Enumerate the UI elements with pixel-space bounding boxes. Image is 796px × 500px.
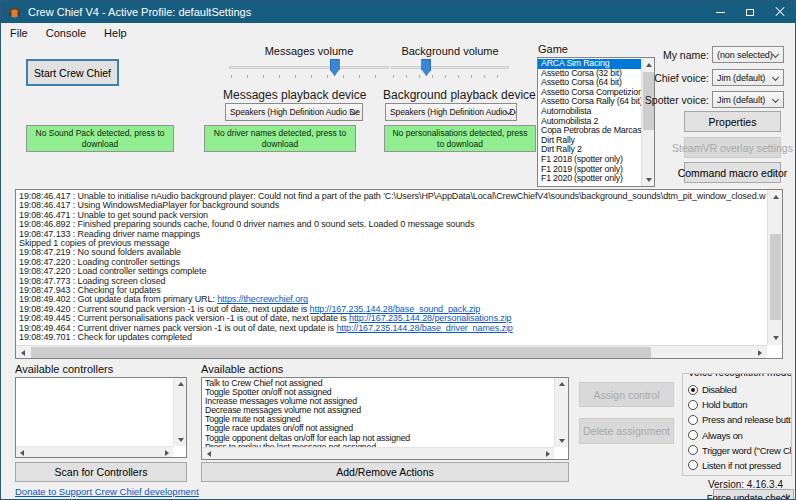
game-item[interactable]: F1 2020 (spotter only) (538, 174, 641, 184)
scroll-down-icon[interactable] (174, 434, 187, 446)
voice-mode-option[interactable]: Listen if not pressed (688, 458, 791, 473)
background-device-value: Speakers (High Definition Audio De (390, 107, 517, 117)
assign-control-button: Assign control (579, 382, 674, 407)
app-icon (8, 6, 21, 19)
scroll-up-icon[interactable] (768, 190, 783, 204)
menu-file[interactable]: File (1, 24, 37, 42)
voice-recognition-group: Voice recognition mode DisabledHold butt… (682, 373, 792, 476)
messages-device-value: Speakers (High Definition Audio De (230, 107, 360, 117)
background-volume-thumb[interactable] (421, 59, 431, 76)
radio-icon[interactable] (688, 460, 698, 470)
scroll-down-icon[interactable] (555, 435, 569, 447)
controllers-vertical-scrollbar[interactable] (173, 378, 186, 446)
console-log: 19:08:46.417 : Unable to initialise nAud… (15, 189, 783, 359)
command-macro-editor-button[interactable]: Command macro editor (684, 162, 781, 183)
action-list: Talk to Crew Chief not assignedToggle Sp… (202, 379, 554, 447)
window-title: Crew Chief V4 - Active Profile: defaultS… (28, 6, 705, 18)
maximize-button[interactable] (735, 1, 765, 23)
delete-assignment-button: Delete assignment (579, 418, 674, 444)
radio-icon[interactable] (688, 445, 698, 455)
scroll-down-icon[interactable] (768, 331, 783, 345)
radio-icon[interactable] (688, 430, 698, 440)
slider-track[interactable] (229, 66, 389, 69)
log-lines: 19:08:46.417 : Unable to initialise nAud… (19, 192, 766, 344)
radio-icon[interactable] (688, 385, 698, 395)
menu-console[interactable]: Console (37, 24, 95, 42)
maximize-icon (746, 9, 754, 16)
voice-options: DisabledHold buttonPress and release but… (688, 382, 791, 473)
background-device-combo[interactable]: Speakers (High Definition Audio De (385, 103, 517, 121)
my-name-combo[interactable]: (non selected) (712, 46, 784, 63)
voice-mode-option[interactable]: Press and release button (688, 412, 791, 427)
chief-voice-value: Jim (default) (717, 73, 765, 83)
scroll-right-icon[interactable] (161, 447, 173, 458)
log-link[interactable]: https://thecrewchief.org (217, 294, 308, 304)
scroll-left-icon[interactable] (16, 346, 30, 359)
background-volume-slider[interactable] (391, 58, 509, 78)
scroll-right-icon[interactable] (541, 448, 554, 460)
chief-voice-label: Chief voice: (641, 72, 709, 84)
scan-for-controllers-button[interactable]: Scan for Controllers (15, 462, 187, 482)
start-crew-chief-button[interactable]: Start Crew Chief (26, 59, 119, 86)
voice-mode-option[interactable]: Always on (688, 428, 791, 443)
controllers-listbox[interactable] (15, 377, 187, 458)
menu-help[interactable]: Help (95, 24, 136, 42)
messages-volume-slider[interactable] (229, 58, 389, 78)
voice-mode-option[interactable]: Hold button (688, 397, 791, 412)
voice-mode-option-label: Disabled (702, 384, 737, 395)
voice-mode-option-label: Press and release button (702, 414, 792, 425)
radio-icon[interactable] (688, 415, 698, 425)
scroll-up-icon[interactable] (555, 378, 569, 390)
minimize-button[interactable] (705, 1, 735, 23)
force-update-check-button[interactable]: Force update check (713, 489, 794, 500)
actions-vertical-scrollbar[interactable] (554, 378, 568, 447)
controllers-horizontal-scrollbar[interactable] (16, 446, 173, 457)
available-actions-label: Available actions (201, 363, 283, 375)
scroll-down-icon[interactable] (642, 173, 655, 186)
log-link[interactable]: http://167.235.144.28/base_driver_names.… (336, 323, 512, 333)
voice-recognition-label: Voice recognition mode (686, 373, 792, 378)
radio-icon[interactable] (688, 400, 698, 410)
my-name-value: (non selected) (717, 50, 773, 60)
scrollbar-thumb[interactable] (31, 347, 651, 358)
log-horizontal-scrollbar[interactable] (16, 345, 767, 358)
chevron-down-icon (772, 96, 779, 103)
scroll-left-icon[interactable] (16, 447, 28, 458)
spotter-voice-label: Spotter voice: (641, 94, 709, 106)
game-listbox: ARCA Sim RacingAssetto Corsa (32 bit)Ass… (537, 57, 655, 187)
voice-mode-option[interactable]: Trigger word ("Crew Chief") (688, 443, 791, 458)
my-name-label: My name: (641, 49, 709, 61)
scroll-up-icon[interactable] (174, 378, 187, 390)
messages-device-combo[interactable]: Speakers (High Definition Audio De (225, 103, 363, 121)
messages-device-label: Messages playback device (223, 88, 366, 102)
titlebar: Crew Chief V4 - Active Profile: defaultS… (1, 1, 795, 23)
log-vertical-scrollbar[interactable] (767, 190, 782, 345)
slider-ticks (231, 75, 389, 78)
game-label: Game (538, 43, 568, 55)
properties-button[interactable]: Properties (684, 111, 781, 132)
available-controllers-label: Available controllers (15, 363, 113, 375)
close-button[interactable] (765, 1, 795, 23)
personalisations-download-button[interactable]: No personalisations detected, press to d… (384, 125, 536, 152)
messages-volume-thumb[interactable] (330, 59, 340, 76)
chevron-down-icon (772, 51, 779, 58)
voice-mode-option[interactable]: Disabled (688, 382, 791, 397)
add-remove-actions-button[interactable]: Add/Remove Actions (201, 462, 569, 482)
driver-names-download-button[interactable]: No driver names detected, press to downl… (204, 125, 356, 152)
scroll-left-icon[interactable] (202, 448, 215, 460)
actions-horizontal-scrollbar[interactable] (202, 447, 554, 459)
sound-pack-download-button[interactable]: No Sound Pack detected, press to downloa… (26, 125, 174, 152)
minimize-icon (716, 12, 725, 13)
chief-voice-combo[interactable]: Jim (default) (712, 69, 784, 86)
voice-mode-option-label: Hold button (702, 399, 747, 410)
slider-track[interactable] (391, 66, 509, 69)
chevron-down-icon (772, 74, 779, 81)
background-volume-label: Background volume (391, 45, 509, 57)
scrollbar-thumb[interactable] (770, 234, 781, 320)
steamvr-overlay-settings-button: SteamVR overlay settings (684, 137, 781, 158)
voice-mode-option-label: Always on (702, 430, 743, 441)
game-list: ARCA Sim RacingAssetto Corsa (32 bit)Ass… (538, 59, 641, 186)
donate-link[interactable]: Donate to Support Crew Chief development (15, 486, 199, 497)
spotter-voice-combo[interactable]: Jim (default) (712, 91, 784, 108)
scroll-right-icon[interactable] (753, 346, 767, 359)
